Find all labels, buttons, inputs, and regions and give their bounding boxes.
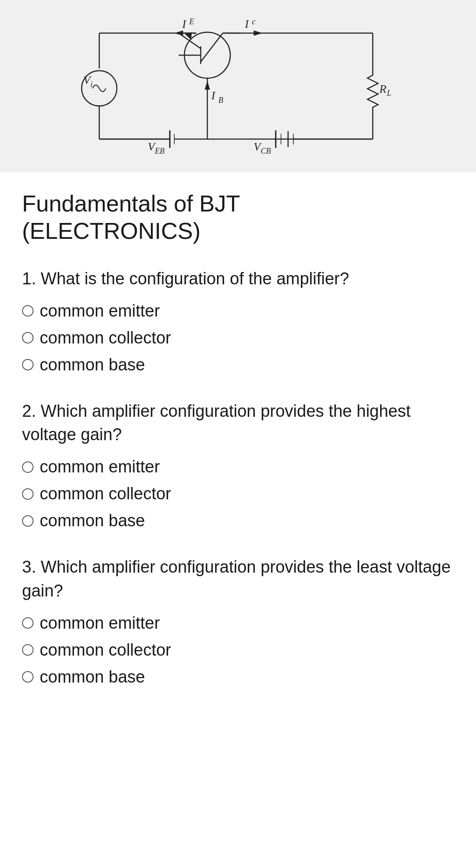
radio-button[interactable] (22, 332, 34, 343)
radio-button[interactable] (22, 644, 34, 656)
ie-sub: E (189, 17, 194, 26)
question-2-option-1[interactable]: common emitter (22, 454, 454, 479)
question-3: 3. Which amplifier configuration provide… (22, 555, 454, 689)
rl-label: R (379, 83, 386, 95)
ic-label: I (244, 18, 249, 30)
vi-sub: i (90, 80, 93, 89)
question-2-option-3[interactable]: common base (22, 508, 454, 533)
svg-marker-31 (254, 30, 262, 36)
radio-button[interactable] (22, 515, 34, 527)
main-content: Fundamentals of BJT (ELECTRONICS) 1. Wha… (0, 172, 476, 729)
question-3-option-2[interactable]: common collector (22, 638, 454, 663)
option-label: common base (40, 664, 145, 690)
veb-sub: EB (154, 147, 165, 155)
option-label: common collector (40, 638, 171, 663)
option-label: common base (40, 508, 145, 533)
question-1-option-3[interactable]: common base (22, 352, 454, 377)
svg-marker-32 (205, 81, 210, 90)
question-3-option-1[interactable]: common emitter (22, 611, 454, 636)
ib-label: I (211, 89, 216, 102)
radio-button[interactable] (22, 617, 34, 629)
option-label: common base (40, 352, 145, 377)
option-label: common emitter (40, 454, 160, 479)
question-2-text: 2. Which amplifier configuration provide… (22, 400, 454, 446)
option-label: common emitter (40, 298, 160, 324)
question-3-option-3[interactable]: common base (22, 664, 454, 690)
question-1-text: 1. What is the configuration of the ampl… (22, 267, 454, 291)
radio-button[interactable] (22, 671, 34, 683)
radio-button[interactable] (22, 488, 34, 500)
rl-sub: L (386, 89, 391, 98)
question-1-option-1[interactable]: common emitter (22, 298, 454, 324)
question-2-option-2[interactable]: common collector (22, 481, 454, 506)
title-line2: (ELECTRONICS) (22, 218, 200, 244)
question-2: 2. Which amplifier configuration provide… (22, 400, 454, 533)
option-label: common collector (40, 481, 171, 506)
option-label: common collector (40, 325, 171, 351)
radio-button[interactable] (22, 461, 34, 473)
radio-button[interactable] (22, 305, 34, 317)
circuit-diagram-container: I E I c I B V i V EB V CB R L (0, 0, 476, 172)
radio-button[interactable] (22, 359, 34, 370)
page-title: Fundamentals of BJT (ELECTRONICS) (22, 190, 454, 245)
question-3-text: 3. Which amplifier configuration provide… (22, 555, 454, 602)
vcb-sub: CB (261, 147, 271, 155)
question-1-option-2[interactable]: common collector (22, 325, 454, 351)
circuit-svg: I E I c I B V i V EB V CB R L (73, 11, 404, 161)
svg-marker-30 (174, 30, 183, 36)
ie-label: I (182, 18, 187, 30)
question-1: 1. What is the configuration of the ampl… (22, 267, 454, 377)
option-label: common emitter (40, 611, 160, 636)
ic-sub: c (252, 17, 255, 26)
ib-sub: B (218, 96, 223, 105)
title-line1: Fundamentals of BJT (22, 191, 240, 216)
svg-line-13 (201, 33, 223, 62)
